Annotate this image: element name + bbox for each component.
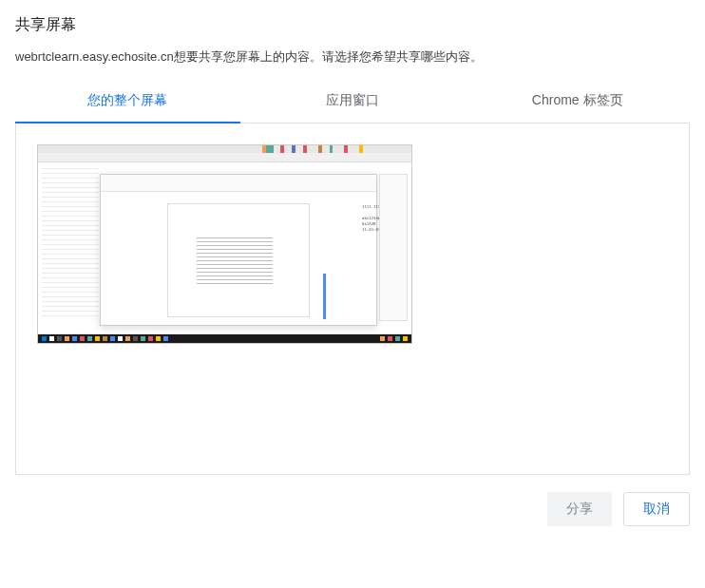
- thumbnail-nested-inner: [167, 203, 310, 317]
- taskbar-icon: [95, 336, 100, 341]
- taskbar-icon: [163, 336, 168, 341]
- taskbar-icon: [133, 336, 138, 341]
- tab-chrome-tab[interactable]: Chrome 标签页: [465, 81, 690, 123]
- share-screen-dialog: 共享屏幕 webrtclearn.easy.echosite.cn想要共享您屏幕…: [0, 0, 705, 475]
- dialog-button-row: 分享 取消: [0, 475, 705, 543]
- taskbar-icon: [87, 336, 92, 341]
- taskbar-icon: [103, 336, 107, 341]
- taskbar-icon: [156, 336, 161, 341]
- taskbar-icon: [148, 336, 153, 341]
- taskbar-icon: [42, 336, 47, 341]
- taskbar-icon: [49, 336, 54, 341]
- taskbar-tray-icon: [395, 336, 400, 341]
- share-button[interactable]: 分享: [547, 492, 612, 526]
- taskbar-icon: [57, 336, 62, 341]
- thumbnail-browser-toolbar: [38, 153, 411, 162]
- taskbar-tray-icon: [388, 336, 392, 341]
- dialog-subtitle: webrtclearn.easy.echosite.cn想要共享您屏幕上的内容。…: [15, 48, 690, 66]
- thumbnail-right-panel: [379, 174, 408, 321]
- thumbnail-taskbar: [38, 334, 411, 343]
- taskbar-icon: [118, 336, 123, 341]
- taskbar-tray-icon: [380, 336, 385, 341]
- cancel-button[interactable]: 取消: [623, 492, 690, 526]
- taskbar-tray-icon: [403, 336, 408, 341]
- taskbar-icon: [110, 336, 115, 341]
- thumbnail-browser-tabs: [38, 145, 411, 153]
- tab-application-window[interactable]: 应用窗口: [240, 81, 466, 123]
- taskbar-icon: [141, 336, 145, 341]
- taskbar-icon: [65, 336, 69, 341]
- tab-entire-screen[interactable]: 您的整个屏幕: [15, 81, 240, 123]
- thumbnail-nested-window: [100, 174, 377, 326]
- thumbnail-nested-header: [101, 175, 376, 192]
- thumbnail-main-area: 1111.1111 abc123de0x1A2B11:01:01: [38, 162, 411, 336]
- thumbnail-left-text: [42, 168, 99, 320]
- source-preview-area: 1111.1111 abc123de0x1A2B11:01:01: [15, 123, 690, 475]
- thumbnail-nested-content: [197, 237, 273, 285]
- share-source-tabs: 您的整个屏幕 应用窗口 Chrome 标签页: [15, 81, 690, 123]
- thumbnail-highlight-bar: [323, 274, 326, 319]
- dialog-title: 共享屏幕: [15, 15, 690, 35]
- taskbar-icon: [125, 336, 130, 341]
- taskbar-icon: [80, 336, 85, 341]
- taskbar-icon: [72, 336, 77, 341]
- screen-thumbnail[interactable]: 1111.1111 abc123de0x1A2B11:01:01: [37, 144, 412, 344]
